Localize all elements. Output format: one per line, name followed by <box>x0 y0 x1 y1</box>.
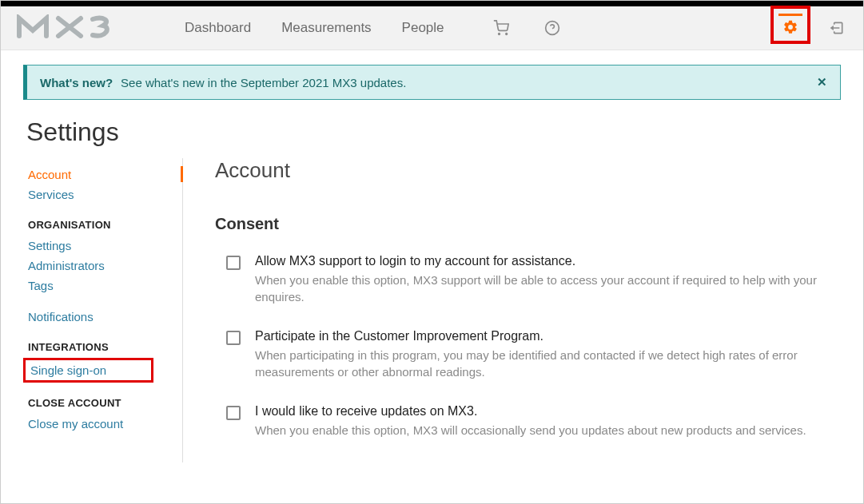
mx3-logo <box>17 14 153 42</box>
option-description: When participating in this program, you … <box>255 347 841 380</box>
sidebar-header-organisation: ORGANISATION <box>28 219 182 231</box>
close-icon[interactable]: ✕ <box>817 75 827 89</box>
main-panel: Account Consent Allow MX3 support to log… <box>183 158 841 462</box>
checkbox-improvement-program[interactable] <box>226 331 241 345</box>
sidebar-item-single-sign-on[interactable]: Single sign-on <box>26 360 111 380</box>
svg-point-0 <box>498 34 500 35</box>
consent-option-updates: I would like to receive updates on MX3. … <box>226 404 841 439</box>
sso-highlight-box: Single sign-on <box>23 358 153 383</box>
sidebar-item-administrators[interactable]: Administrators <box>23 256 182 276</box>
consent-heading: Consent <box>215 215 841 233</box>
help-icon[interactable] <box>542 18 563 38</box>
page-title: Settings <box>26 117 863 147</box>
nav-dashboard[interactable]: Dashboard <box>185 20 251 36</box>
section-heading: Account <box>215 158 841 183</box>
svg-point-1 <box>505 34 507 35</box>
sidebar-item-tags[interactable]: Tags <box>23 276 182 296</box>
top-nav-bar: Dashboard Measurements People <box>1 6 863 50</box>
checkbox-updates[interactable] <box>226 406 241 420</box>
sidebar-item-close-my-account[interactable]: Close my account <box>23 414 182 434</box>
sidebar-item-services[interactable]: Services <box>23 185 182 204</box>
sidebar-item-settings[interactable]: Settings <box>23 236 182 256</box>
nav-people[interactable]: People <box>402 20 444 36</box>
nav-measurements[interactable]: Measurements <box>281 20 371 36</box>
logout-icon[interactable] <box>826 18 847 38</box>
checkbox-support-login[interactable] <box>226 256 241 270</box>
consent-option-improvement-program: Participate in the Customer Improvement … <box>226 329 841 380</box>
settings-sidebar: Account Services ORGANISATION Settings A… <box>23 158 183 462</box>
option-label: I would like to receive updates on MX3. <box>255 404 806 419</box>
settings-button-highlight <box>770 6 810 44</box>
option-label: Allow MX3 support to login to my account… <box>255 254 841 268</box>
option-description: When you enable this option, MX3 support… <box>255 272 841 305</box>
banner-text: See what's new in the September 2021 MX3… <box>121 76 406 89</box>
sidebar-header-integrations: INTEGRATIONS <box>28 341 182 353</box>
whats-new-banner: What's new? See what's new in the Septem… <box>23 65 841 100</box>
sidebar-item-notifications[interactable]: Notifications <box>23 307 182 327</box>
consent-option-support-login: Allow MX3 support to login to my account… <box>226 254 841 305</box>
cart-icon[interactable] <box>491 18 512 38</box>
option-label: Participate in the Customer Improvement … <box>255 329 841 343</box>
sidebar-header-close-account: CLOSE ACCOUNT <box>28 397 182 409</box>
banner-title: What's new? <box>40 76 113 89</box>
option-description: When you enable this option, MX3 will oc… <box>255 422 806 439</box>
sidebar-item-account[interactable]: Account <box>23 165 182 185</box>
